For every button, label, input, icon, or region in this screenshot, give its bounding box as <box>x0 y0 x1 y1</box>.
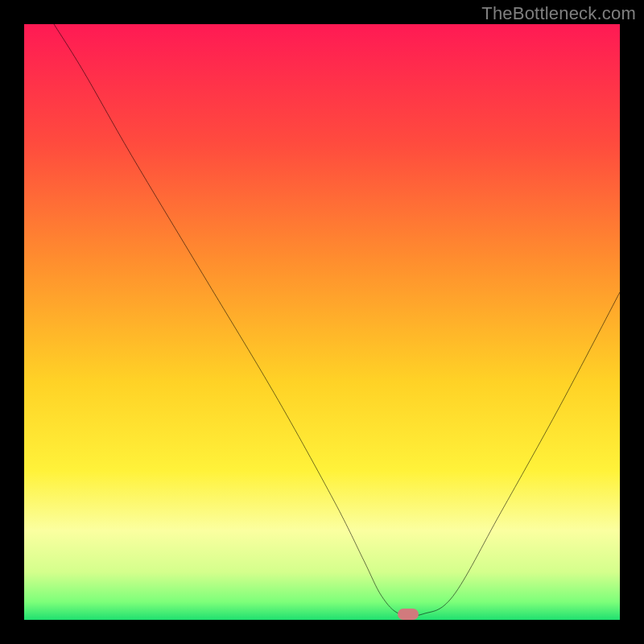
plot-area <box>24 24 620 620</box>
bottleneck-curve <box>24 24 620 620</box>
optimal-marker <box>398 609 419 620</box>
chart-frame: TheBottleneck.com <box>0 0 644 644</box>
watermark-text: TheBottleneck.com <box>481 3 636 24</box>
